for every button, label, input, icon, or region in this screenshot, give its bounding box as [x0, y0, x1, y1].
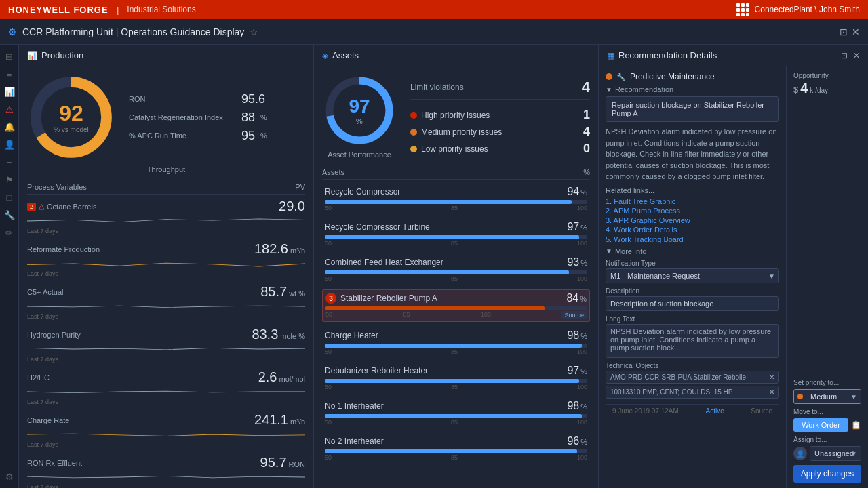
asset-row-drh[interactable]: Debutanizer Reboiler Heater 97 % 5085100: [322, 363, 590, 392]
work-order-button[interactable]: Work Order: [793, 418, 848, 432]
rec-panel-title: Recommendation Details: [618, 50, 717, 60]
calendar-icon[interactable]: 📋: [851, 420, 861, 430]
apply-changes-button[interactable]: Apply changes: [793, 465, 861, 483]
more-info-chevron: ▼: [606, 247, 612, 255]
asset-row-srpa[interactable]: 3 Stabilizer Reboiler Pump A 84 % 508510…: [322, 289, 590, 322]
rec-section-toggle[interactable]: ▼ Recommendation: [606, 85, 779, 94]
link-4[interactable]: 4. Work Order Details: [606, 226, 779, 234]
pv-row-h2hc: H2/HC 2.6 mol/mol Last 7 days: [27, 369, 305, 405]
sidebar-icon-box[interactable]: □: [2, 190, 17, 205]
ih2-name: No 2 Interheater: [325, 436, 384, 446]
c5-days: Last 7 days: [27, 313, 305, 320]
rct-name: Recycle Compressor Turbine: [325, 222, 430, 232]
asset-row-ch[interactable]: Charge Heater 98 % 5085100: [322, 327, 590, 357]
link-5[interactable]: 5. Work Tracking Board: [606, 235, 779, 243]
drh-sign: %: [580, 367, 587, 375]
c5-name: C5+ Actual: [27, 288, 64, 296]
octane-sparkline: [27, 216, 305, 226]
description-input[interactable]: [606, 296, 779, 311]
asset-row-ih1[interactable]: No 1 Interheater 98 % 5085100: [322, 398, 590, 428]
cri-value: 88: [241, 110, 255, 125]
notif-type-select[interactable]: M1 - Maintenance Request M2 - Activity R…: [606, 268, 779, 283]
description-label: Description: [606, 287, 779, 295]
asset-row-ih2[interactable]: No 2 Interheater 96 % 5085100: [322, 433, 590, 463]
more-info-label: More Info: [615, 247, 646, 256]
c5-val: 85.7: [260, 284, 287, 300]
asset-row-rc[interactable]: Recycle Compressor 94 % 5085100: [322, 184, 590, 214]
link-3[interactable]: 3. APR Graphic Overview: [606, 216, 779, 224]
priority-label: Set priority to...: [793, 379, 861, 386]
assets-header: ◈ Assets: [314, 45, 598, 66]
sidebar-icon-warning[interactable]: 🔔: [2, 119, 17, 134]
link-2[interactable]: 2. APM Pump Process: [606, 207, 779, 215]
assign-select[interactable]: Unassigned: [810, 446, 861, 461]
sidebar-icon-pencil[interactable]: ✏: [2, 225, 17, 240]
pv-header-name: Process Variables: [27, 183, 87, 191]
sidebar-icon-list[interactable]: ≡: [2, 66, 17, 81]
long-text-label: Long Text: [606, 315, 779, 323]
tech-tag-2-remove[interactable]: ✕: [769, 388, 774, 396]
reformate-val: 182.6: [254, 241, 288, 257]
topbar: HONEYWELL FORGE | Industrial Solutions C…: [0, 0, 868, 19]
issue-high: High priority issues 1: [410, 108, 590, 122]
h2hc-name: H2/HC: [27, 373, 50, 382]
ih1-sign: %: [580, 403, 587, 411]
sidebar-icon-grid[interactable]: ⊞: [2, 49, 17, 64]
srpa-badge: 3: [326, 293, 336, 304]
sidebar-icon-user[interactable]: 👤: [2, 137, 17, 152]
pv-header-pv: PV: [295, 183, 305, 191]
rec-close-icon[interactable]: ✕: [853, 51, 860, 60]
star-icon[interactable]: ☆: [250, 26, 258, 37]
tech-tag-1-remove[interactable]: ✕: [769, 373, 774, 381]
close-icon[interactable]: ✕: [852, 26, 860, 37]
rec-desc: NPSH Deviation alarm indicated by low pr…: [606, 126, 779, 182]
ih2-pct: 96: [567, 435, 579, 447]
asset-performance-section: 97 % Asset Performance Limit violations …: [322, 73, 590, 159]
issue-medium: Medium priority issues 4: [410, 125, 590, 139]
asset-col-name: Assets: [322, 168, 344, 176]
sidebar-icon-chart[interactable]: 📊: [2, 84, 17, 99]
priority-dot: [797, 394, 803, 399]
tech-tag-2: 10013310 PMP, CENT; GOULDS; 15 HP ✕: [606, 386, 779, 399]
apps-icon[interactable]: [736, 3, 749, 16]
lv-num: 4: [582, 79, 590, 96]
asset-perf-pct: %: [349, 117, 370, 125]
rec-left: 🔧 Predictive Maintenance ▼ Recommendatio…: [599, 66, 787, 488]
h2purity-sparkline: [27, 344, 305, 354]
h2purity-val: 83.3: [252, 327, 278, 342]
priority-section: Set priority to... Medium Low High ▼: [793, 379, 861, 483]
reformate-days: Last 7 days: [27, 270, 305, 277]
sidebar-icon-wrench[interactable]: 🔧: [2, 207, 17, 222]
assign-avatar: 👤: [793, 447, 807, 460]
apc-value: 95: [241, 129, 255, 143]
ron-rx-days: Last 7 days: [27, 484, 305, 488]
charge-days: Last 7 days: [27, 441, 305, 448]
pv-row-reformate: Reformate Production 182.6 m³/h Last 7 d…: [27, 241, 305, 277]
ch-pct: 98: [567, 329, 579, 342]
asset-col-pct: %: [583, 168, 590, 176]
issue-low: Low priority issues 0: [410, 142, 590, 156]
asset-list-header: Assets %: [322, 165, 590, 180]
rec-expand-icon[interactable]: ⊡: [841, 51, 848, 60]
asset-row-rct[interactable]: Recycle Compressor Turbine 97 % 5085100: [322, 219, 590, 249]
link-1[interactable]: 1. Fault Tree Graphic: [606, 197, 779, 205]
long-text-area[interactable]: NPSH Deviation alarm indicated by low pr…: [606, 324, 779, 358]
sidebar-icon-alert[interactable]: ⚠: [2, 102, 17, 117]
charge-val: 241.1: [254, 412, 288, 428]
rec-text-box: Repair suction blockage on Stabilizer Re…: [606, 96, 779, 122]
pv-row-charge: Charge Rate 241.1 m³/h Last 7 days: [27, 412, 305, 448]
srpa-source: Source: [561, 311, 587, 319]
priority-select[interactable]: Medium Low High: [793, 389, 861, 404]
production-title: Production: [41, 50, 83, 60]
reformate-name: Reformate Production: [27, 245, 100, 253]
low-label: Low priority issues: [421, 144, 488, 154]
reformate-sparkline: [27, 258, 305, 269]
expand-icon[interactable]: ⊡: [840, 26, 848, 37]
sidebar-icon-plus[interactable]: +: [2, 155, 17, 169]
h2purity-unit: mole %: [280, 332, 305, 340]
opp-prefix: $: [793, 85, 798, 95]
asset-row-cfhe[interactable]: Combined Feed Heat Exchanger 93 % 508510…: [322, 254, 590, 284]
sidebar-icon-flag[interactable]: ⚑: [2, 172, 17, 187]
sidebar-icon-settings[interactable]: ⚙: [2, 469, 17, 484]
more-info-toggle[interactable]: ▼ More Info: [606, 247, 779, 256]
